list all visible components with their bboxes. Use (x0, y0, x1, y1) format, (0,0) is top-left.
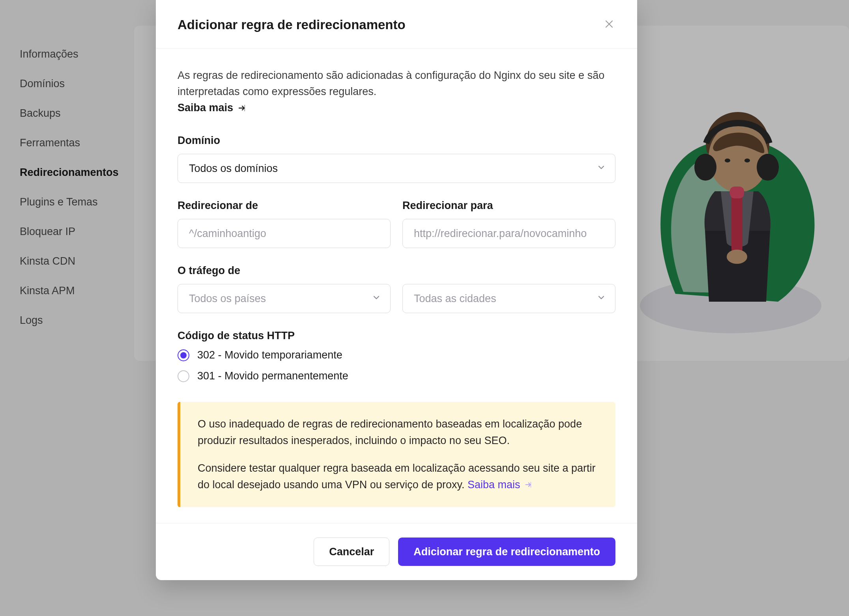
redirect-to-label: Redirecionar para (402, 200, 615, 212)
cancel-button[interactable]: Cancelar (314, 538, 389, 566)
http-status-label: Código de status HTTP (178, 330, 615, 342)
countries-select[interactable]: Todos os países (178, 284, 391, 313)
modal-header: Adicionar regra de redirecionamento (156, 0, 637, 49)
http-status-field: Código de status HTTP 302 - Movido tempo… (178, 330, 615, 382)
traffic-from-label: O tráfego de (178, 265, 615, 277)
warning-learn-more-label: Saiba mais (468, 477, 520, 493)
countries-select-placeholder: Todos os países (189, 293, 266, 305)
chevron-down-icon (597, 293, 606, 305)
modal-footer: Cancelar Adicionar regra de redirecionam… (156, 523, 637, 580)
learn-more-link[interactable]: Saiba mais (178, 102, 247, 114)
intro-text: As regras de redirecionamento são adicio… (178, 67, 615, 99)
close-button[interactable] (603, 19, 615, 31)
status-301-label: 301 - Movido permanentemente (197, 370, 348, 382)
chevron-down-icon (597, 162, 606, 175)
domain-select-value: Todos os domínios (189, 162, 278, 175)
cities-select-placeholder: Todas as cidades (414, 293, 496, 305)
add-redirect-modal: Adicionar regra de redirecionamento As r… (156, 0, 637, 580)
external-link-icon (237, 103, 247, 113)
status-302-radio[interactable]: 302 - Movido temporariamente (178, 349, 615, 361)
radio-icon (178, 370, 189, 382)
redirect-to-input[interactable] (402, 219, 615, 248)
status-302-label: 302 - Movido temporariamente (197, 349, 342, 361)
warning-paragraph-1: O uso inadequado de regras de redirecion… (198, 416, 598, 449)
domain-select[interactable]: Todos os domínios (178, 154, 615, 183)
warning-text: Considere testar qualquer regra baseada … (198, 462, 596, 491)
warning-paragraph-2: Considere testar qualquer regra baseada … (198, 460, 598, 493)
modal-title: Adicionar regra de redirecionamento (178, 17, 406, 32)
redirect-from-input[interactable] (178, 219, 391, 248)
learn-more-label: Saiba mais (178, 102, 233, 114)
warning-box: O uso inadequado de regras de redirecion… (178, 402, 615, 507)
warning-learn-more-link[interactable]: Saiba mais (468, 477, 533, 493)
radio-icon (178, 349, 189, 361)
domain-label: Domínio (178, 134, 615, 147)
close-icon (605, 20, 613, 30)
submit-button[interactable]: Adicionar regra de redirecionamento (398, 538, 615, 566)
cities-select[interactable]: Todas as cidades (402, 284, 615, 313)
status-301-radio[interactable]: 301 - Movido permanentemente (178, 370, 615, 382)
redirect-from-label: Redirecionar de (178, 200, 391, 212)
domain-field: Domínio Todos os domínios (178, 134, 615, 183)
external-link-icon (524, 480, 533, 489)
modal-body: As regras de redirecionamento são adicio… (156, 49, 637, 523)
chevron-down-icon (372, 293, 381, 305)
redirect-to-field: Redirecionar para (402, 200, 615, 248)
redirect-from-field: Redirecionar de (178, 200, 391, 248)
